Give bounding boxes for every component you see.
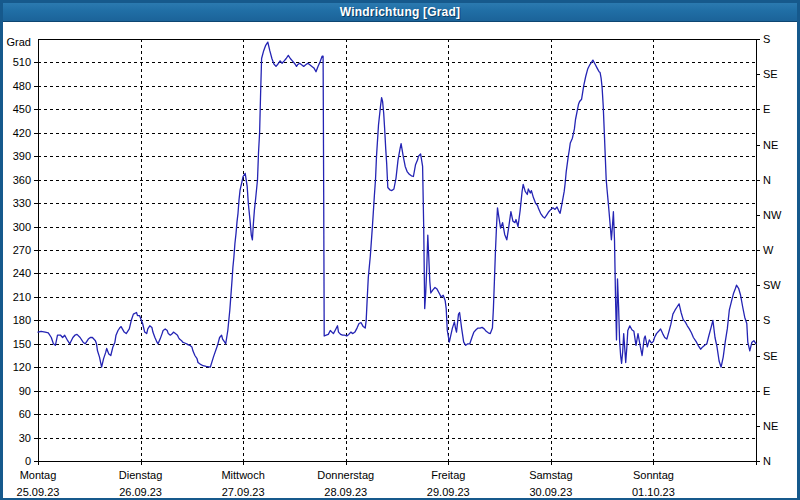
axis-label: 26.09.23 — [119, 486, 162, 498]
axis-label: E — [763, 103, 770, 115]
axis-label: SW — [763, 279, 781, 291]
axis-label: 60 — [19, 408, 31, 420]
axis-label: 150 — [13, 338, 31, 350]
axis-label: 210 — [13, 291, 31, 303]
axis-label: N — [763, 455, 771, 467]
axis-label: 450 — [13, 103, 31, 115]
axis-label: Montag — [20, 469, 57, 481]
axis-label: Freitag — [431, 469, 465, 481]
axis-label: 120 — [13, 361, 31, 373]
axis-label: Samstag — [529, 469, 572, 481]
axis-label: E — [763, 385, 770, 397]
axis-label: 330 — [13, 197, 31, 209]
axis-label: 90 — [19, 385, 31, 397]
axis-label: 270 — [13, 244, 31, 256]
axis-label: Sonntag — [633, 469, 674, 481]
axis-label: NE — [763, 139, 778, 151]
axis-label: 300 — [13, 221, 31, 233]
axis-label: 27.09.23 — [222, 486, 265, 498]
axes — [34, 40, 760, 466]
axis-label: NE — [763, 420, 778, 432]
axis-label: 180 — [13, 314, 31, 326]
axis-label: 240 — [13, 267, 31, 279]
axis-label: S — [763, 314, 770, 326]
axis-labels: 0306090120150180210240270300330360390420… — [7, 33, 782, 498]
axis-label: Grad — [7, 36, 31, 48]
chart-area: 0306090120150180210240270300330360390420… — [3, 22, 797, 498]
gridlines — [38, 39, 756, 461]
axis-label: SE — [763, 68, 778, 80]
chart-window: Windrichtung [Grad] 03060901201501802102… — [0, 0, 800, 500]
axis-label: 30.09.23 — [529, 486, 572, 498]
title-bar: Windrichtung [Grad] — [3, 3, 797, 22]
axis-label: W — [763, 244, 774, 256]
chart-title: Windrichtung [Grad] — [340, 5, 460, 19]
axis-label: 510 — [13, 56, 31, 68]
axis-label: 420 — [13, 127, 31, 139]
axis-label: 480 — [13, 80, 31, 92]
axis-label: NW — [763, 209, 782, 221]
axis-label: 29.09.23 — [427, 486, 470, 498]
axis-label: 390 — [13, 150, 31, 162]
axis-label: 0 — [25, 455, 31, 467]
axis-label: 30 — [19, 432, 31, 444]
axis-label: N — [763, 174, 771, 186]
axis-label: 360 — [13, 174, 31, 186]
series-line-windrichtung — [38, 42, 756, 367]
axis-label: Dienstag — [119, 469, 162, 481]
axis-label: 25.09.23 — [17, 486, 60, 498]
axis-label: 01.10.23 — [632, 486, 675, 498]
axis-label: SE — [763, 350, 778, 362]
axis-label: Donnerstag — [317, 469, 374, 481]
axis-label: S — [763, 33, 770, 45]
wind-direction-chart: 0306090120150180210240270300330360390420… — [3, 22, 797, 498]
axis-label: Mittwoch — [221, 469, 264, 481]
axis-label: 28.09.23 — [324, 486, 367, 498]
